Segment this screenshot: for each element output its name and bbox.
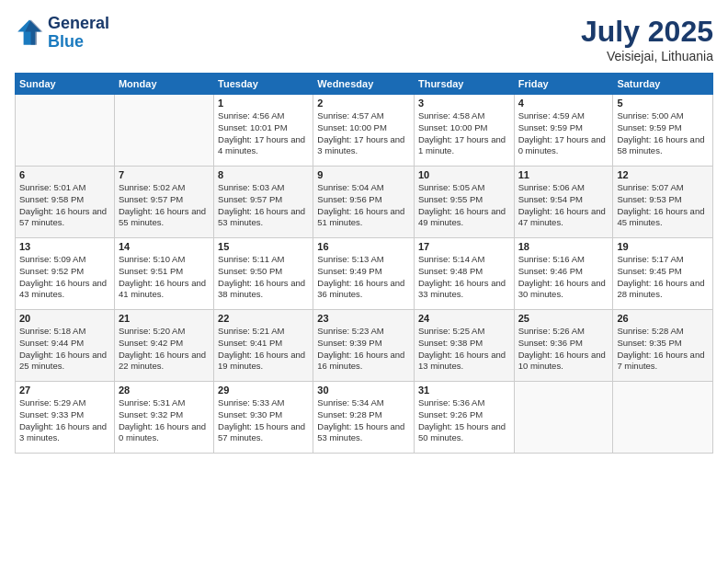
day-detail: Sunrise: 5:01 AM Sunset: 9:58 PM Dayligh… bbox=[19, 182, 110, 229]
calendar-cell: 14Sunrise: 5:10 AM Sunset: 9:51 PM Dayli… bbox=[114, 238, 213, 310]
day-detail: Sunrise: 5:10 AM Sunset: 9:51 PM Dayligh… bbox=[119, 254, 210, 301]
day-number: 14 bbox=[119, 241, 210, 252]
day-number: 6 bbox=[19, 169, 110, 180]
calendar-table: SundayMondayTuesdayWednesdayThursdayFrid… bbox=[15, 73, 713, 454]
calendar-cell: 10Sunrise: 5:05 AM Sunset: 9:55 PM Dayli… bbox=[414, 167, 514, 238]
calendar-cell: 18Sunrise: 5:16 AM Sunset: 9:46 PM Dayli… bbox=[514, 238, 613, 310]
day-number: 31 bbox=[418, 385, 510, 396]
day-detail: Sunrise: 5:02 AM Sunset: 9:57 PM Dayligh… bbox=[119, 182, 210, 229]
day-number: 17 bbox=[418, 241, 510, 252]
week-row-4: 20Sunrise: 5:18 AM Sunset: 9:44 PM Dayli… bbox=[16, 310, 713, 382]
day-detail: Sunrise: 5:14 AM Sunset: 9:48 PM Dayligh… bbox=[418, 254, 510, 301]
calendar-cell: 25Sunrise: 5:26 AM Sunset: 9:36 PM Dayli… bbox=[514, 310, 613, 382]
calendar-cell: 3Sunrise: 4:58 AM Sunset: 10:00 PM Dayli… bbox=[414, 95, 514, 167]
day-number: 11 bbox=[518, 169, 609, 180]
day-detail: Sunrise: 5:33 AM Sunset: 9:30 PM Dayligh… bbox=[218, 397, 309, 444]
day-number: 30 bbox=[317, 385, 410, 396]
day-number: 15 bbox=[218, 241, 309, 252]
day-detail: Sunrise: 4:57 AM Sunset: 10:00 PM Daylig… bbox=[317, 110, 410, 157]
calendar-cell bbox=[16, 95, 115, 167]
day-number: 10 bbox=[418, 169, 510, 180]
day-detail: Sunrise: 5:23 AM Sunset: 9:39 PM Dayligh… bbox=[317, 326, 410, 373]
day-detail: Sunrise: 5:20 AM Sunset: 9:42 PM Dayligh… bbox=[119, 326, 210, 373]
day-number: 3 bbox=[418, 98, 510, 109]
day-detail: Sunrise: 5:05 AM Sunset: 9:55 PM Dayligh… bbox=[418, 182, 510, 229]
day-number: 13 bbox=[19, 241, 110, 252]
day-detail: Sunrise: 5:29 AM Sunset: 9:33 PM Dayligh… bbox=[19, 397, 110, 444]
title-block: July 2025 Veisiejai, Lithuania bbox=[581, 15, 713, 63]
weekday-header-thursday: Thursday bbox=[414, 74, 514, 95]
day-detail: Sunrise: 5:17 AM Sunset: 9:45 PM Dayligh… bbox=[617, 254, 709, 301]
header: General Blue July 2025 Veisiejai, Lithua… bbox=[15, 15, 713, 63]
day-detail: Sunrise: 5:26 AM Sunset: 9:36 PM Dayligh… bbox=[518, 326, 609, 373]
week-row-1: 1Sunrise: 4:56 AM Sunset: 10:01 PM Dayli… bbox=[16, 95, 713, 167]
weekday-header-row: SundayMondayTuesdayWednesdayThursdayFrid… bbox=[16, 74, 713, 95]
day-detail: Sunrise: 5:36 AM Sunset: 9:26 PM Dayligh… bbox=[418, 397, 510, 444]
calendar-cell: 20Sunrise: 5:18 AM Sunset: 9:44 PM Dayli… bbox=[16, 310, 115, 382]
calendar-cell: 16Sunrise: 5:13 AM Sunset: 9:49 PM Dayli… bbox=[313, 238, 415, 310]
calendar-cell: 7Sunrise: 5:02 AM Sunset: 9:57 PM Daylig… bbox=[114, 167, 213, 238]
calendar-cell: 4Sunrise: 4:59 AM Sunset: 9:59 PM Daylig… bbox=[514, 95, 613, 167]
week-row-5: 27Sunrise: 5:29 AM Sunset: 9:33 PM Dayli… bbox=[16, 382, 713, 454]
day-number: 8 bbox=[218, 169, 309, 180]
day-detail: Sunrise: 5:11 AM Sunset: 9:50 PM Dayligh… bbox=[218, 254, 309, 301]
day-number: 19 bbox=[617, 241, 709, 252]
day-number: 24 bbox=[418, 313, 510, 324]
calendar-cell: 11Sunrise: 5:06 AM Sunset: 9:54 PM Dayli… bbox=[514, 167, 613, 238]
day-detail: Sunrise: 5:00 AM Sunset: 9:59 PM Dayligh… bbox=[617, 110, 709, 157]
day-number: 12 bbox=[617, 169, 709, 180]
weekday-header-monday: Monday bbox=[114, 74, 213, 95]
day-number: 9 bbox=[317, 169, 410, 180]
calendar-cell: 31Sunrise: 5:36 AM Sunset: 9:26 PM Dayli… bbox=[414, 382, 514, 454]
day-number: 7 bbox=[119, 169, 210, 180]
calendar-cell: 8Sunrise: 5:03 AM Sunset: 9:57 PM Daylig… bbox=[214, 167, 313, 238]
calendar-cell: 17Sunrise: 5:14 AM Sunset: 9:48 PM Dayli… bbox=[414, 238, 514, 310]
day-number: 21 bbox=[119, 313, 210, 324]
weekday-header-wednesday: Wednesday bbox=[313, 74, 415, 95]
day-detail: Sunrise: 5:21 AM Sunset: 9:41 PM Dayligh… bbox=[218, 326, 309, 373]
calendar-cell: 19Sunrise: 5:17 AM Sunset: 9:45 PM Dayli… bbox=[613, 238, 713, 310]
calendar-cell: 5Sunrise: 5:00 AM Sunset: 9:59 PM Daylig… bbox=[613, 95, 713, 167]
day-detail: Sunrise: 5:18 AM Sunset: 9:44 PM Dayligh… bbox=[19, 326, 110, 373]
calendar-cell bbox=[114, 95, 213, 167]
weekday-header-tuesday: Tuesday bbox=[214, 74, 313, 95]
calendar-cell: 2Sunrise: 4:57 AM Sunset: 10:00 PM Dayli… bbox=[313, 95, 415, 167]
weekday-header-saturday: Saturday bbox=[613, 74, 713, 95]
calendar-cell: 29Sunrise: 5:33 AM Sunset: 9:30 PM Dayli… bbox=[214, 382, 313, 454]
calendar-cell: 15Sunrise: 5:11 AM Sunset: 9:50 PM Dayli… bbox=[214, 238, 313, 310]
calendar-cell: 23Sunrise: 5:23 AM Sunset: 9:39 PM Dayli… bbox=[313, 310, 415, 382]
day-detail: Sunrise: 5:07 AM Sunset: 9:53 PM Dayligh… bbox=[617, 182, 709, 229]
calendar-cell bbox=[514, 382, 613, 454]
logo-icon bbox=[15, 18, 44, 48]
day-number: 29 bbox=[218, 385, 309, 396]
day-number: 1 bbox=[218, 98, 309, 109]
location: Veisiejai, Lithuania bbox=[581, 49, 713, 63]
day-detail: Sunrise: 5:25 AM Sunset: 9:38 PM Dayligh… bbox=[418, 326, 510, 373]
week-row-2: 6Sunrise: 5:01 AM Sunset: 9:58 PM Daylig… bbox=[16, 167, 713, 238]
day-detail: Sunrise: 5:34 AM Sunset: 9:28 PM Dayligh… bbox=[317, 397, 410, 444]
weekday-header-friday: Friday bbox=[514, 74, 613, 95]
calendar-cell: 9Sunrise: 5:04 AM Sunset: 9:56 PM Daylig… bbox=[313, 167, 415, 238]
day-number: 25 bbox=[518, 313, 609, 324]
day-number: 5 bbox=[617, 98, 709, 109]
day-detail: Sunrise: 5:16 AM Sunset: 9:46 PM Dayligh… bbox=[518, 254, 609, 301]
calendar-cell: 13Sunrise: 5:09 AM Sunset: 9:52 PM Dayli… bbox=[16, 238, 115, 310]
calendar-cell: 21Sunrise: 5:20 AM Sunset: 9:42 PM Dayli… bbox=[114, 310, 213, 382]
logo-text: General Blue bbox=[48, 15, 109, 52]
day-detail: Sunrise: 5:03 AM Sunset: 9:57 PM Dayligh… bbox=[218, 182, 309, 229]
day-detail: Sunrise: 5:09 AM Sunset: 9:52 PM Dayligh… bbox=[19, 254, 110, 301]
calendar-cell: 27Sunrise: 5:29 AM Sunset: 9:33 PM Dayli… bbox=[16, 382, 115, 454]
day-detail: Sunrise: 4:59 AM Sunset: 9:59 PM Dayligh… bbox=[518, 110, 609, 157]
day-number: 4 bbox=[518, 98, 609, 109]
calendar-cell: 24Sunrise: 5:25 AM Sunset: 9:38 PM Dayli… bbox=[414, 310, 514, 382]
day-detail: Sunrise: 5:28 AM Sunset: 9:35 PM Dayligh… bbox=[617, 326, 709, 373]
day-detail: Sunrise: 5:06 AM Sunset: 9:54 PM Dayligh… bbox=[518, 182, 609, 229]
calendar-cell: 30Sunrise: 5:34 AM Sunset: 9:28 PM Dayli… bbox=[313, 382, 415, 454]
day-detail: Sunrise: 5:04 AM Sunset: 9:56 PM Dayligh… bbox=[317, 182, 410, 229]
day-number: 23 bbox=[317, 313, 410, 324]
calendar-cell: 6Sunrise: 5:01 AM Sunset: 9:58 PM Daylig… bbox=[16, 167, 115, 238]
day-number: 20 bbox=[19, 313, 110, 324]
day-detail: Sunrise: 5:31 AM Sunset: 9:32 PM Dayligh… bbox=[119, 397, 210, 444]
calendar-cell: 22Sunrise: 5:21 AM Sunset: 9:41 PM Dayli… bbox=[214, 310, 313, 382]
calendar-cell: 12Sunrise: 5:07 AM Sunset: 9:53 PM Dayli… bbox=[613, 167, 713, 238]
